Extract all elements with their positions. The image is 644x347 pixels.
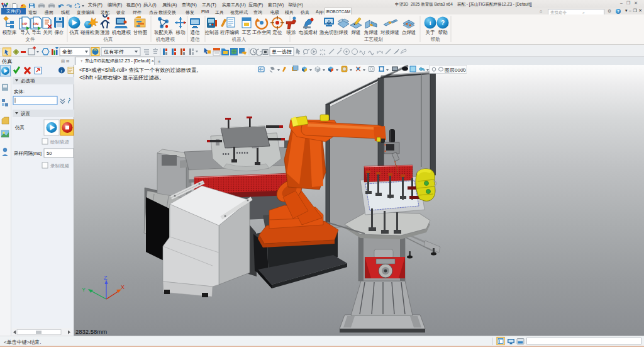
svg-text:关于: 关于 — [426, 30, 436, 35]
svg-text:通信: 通信 — [191, 30, 201, 35]
svg-text:通信: 通信 — [191, 37, 201, 42]
svg-text:甘特图: 甘特图 — [133, 30, 148, 35]
svg-text:漫游: 漫游 — [100, 30, 111, 35]
svg-text:必选项: 必选项 — [21, 78, 35, 84]
svg-text:装配关系: 装配关系 — [154, 30, 174, 35]
svg-text:焊缝: 焊缝 — [352, 30, 361, 35]
svg-text:导出: 导出 — [32, 30, 42, 35]
svg-text:X: X — [121, 284, 125, 290]
svg-text:机电建模: 机电建模 — [156, 37, 175, 42]
svg-text:程序编辑: 程序编辑 — [219, 30, 240, 35]
svg-text:控制器: 控制器 — [205, 30, 219, 35]
svg-text:工艺: 工艺 — [242, 30, 252, 35]
svg-text:设置: 设置 — [21, 111, 31, 117]
svg-text:实体:: 实体: — [14, 89, 25, 94]
svg-text:?: ? — [441, 20, 445, 26]
svg-text:UP: UP — [22, 22, 27, 26]
svg-text:工作空间: 工作空间 — [252, 30, 271, 35]
svg-text:帮助: 帮助 — [438, 30, 448, 35]
svg-text:仿真: 仿真 — [14, 125, 25, 130]
svg-text:绘制轨迹: 绘制轨迹 — [50, 139, 70, 145]
svg-text:焊接: 焊接 — [339, 30, 349, 35]
svg-text:i: i — [61, 68, 62, 74]
svg-text:50: 50 — [47, 151, 52, 156]
svg-text:仅有零件: 仅有零件 — [104, 49, 124, 55]
svg-text:i: i — [429, 19, 431, 26]
svg-text:机器人: 机器人 — [232, 37, 247, 42]
svg-text:仿真: 仿真 — [69, 30, 79, 35]
svg-text:仿真: 仿真 — [103, 37, 113, 42]
svg-text:Y: Y — [82, 287, 86, 293]
svg-text:模型库: 模型库 — [3, 30, 17, 35]
svg-text:工艺规划: 工艺规划 — [364, 37, 383, 42]
svg-text:喷涂: 喷涂 — [287, 30, 297, 35]
svg-text:关闭: 关闭 — [43, 30, 53, 35]
svg-text:碰撞检测: 碰撞检测 — [80, 30, 99, 35]
svg-text:保存: 保存 — [55, 30, 65, 35]
svg-text:导入: 导入 — [21, 30, 31, 35]
svg-text:Z: Z — [104, 275, 108, 281]
svg-text:帮助: 帮助 — [431, 37, 441, 42]
svg-text:文件: 文件 — [26, 37, 36, 42]
svg-text:机电建模: 机电建模 — [112, 30, 131, 35]
svg-text:DN: DN — [33, 22, 39, 26]
svg-text:录制视频: 录制视频 — [50, 163, 70, 169]
svg-text:采样间隔[ms]: 采样间隔[ms] — [14, 151, 42, 156]
svg-text:对接焊缝: 对接焊缝 — [380, 30, 399, 35]
svg-text:单一选择: 单一选择 — [272, 49, 292, 55]
svg-text:全部: 全部 — [62, 49, 72, 55]
svg-text:激光切割: 激光切割 — [319, 30, 339, 35]
svg-text:点焊缝: 点焊缝 — [402, 30, 416, 35]
svg-text:电弧熔材: 电弧熔材 — [299, 30, 318, 35]
svg-text:定位: 定位 — [272, 30, 283, 35]
svg-text:移动: 移动 — [176, 30, 186, 35]
svg-text:角焊缝: 角焊缝 — [364, 30, 379, 35]
svg-text:图层0000: 图层0000 — [445, 67, 466, 73]
